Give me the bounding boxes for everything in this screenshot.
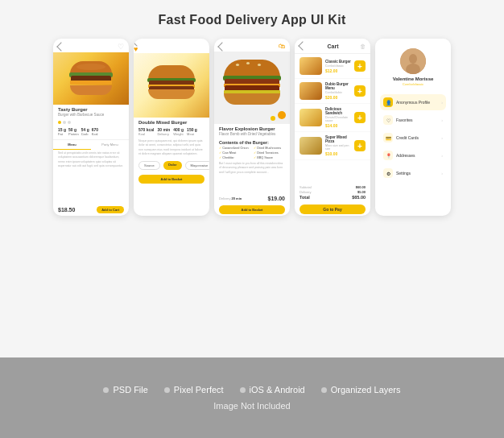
cart-item-sub-2: Combo/dubio: [325, 91, 351, 94]
source-btn[interactable]: Source: [138, 161, 160, 170]
cheese: [70, 81, 112, 85]
cart-plus-2[interactable]: +: [354, 85, 366, 97]
cart-item-3: Delicious Sandwich Donuts/Chocolate sauc…: [295, 104, 370, 132]
info-row-2: 570 kcal Kcal 30 min Delivery 400 g Weig…: [134, 126, 209, 138]
total-section: Subtotal $60.00 Delivery $5.00 Total $65…: [295, 183, 370, 203]
page-title: Fast Food Delivery App UI Kit: [158, 13, 345, 27]
dots-row-1: [53, 119, 129, 126]
delivery-label-3: Delivery 20 min: [219, 196, 242, 200]
food-image-3: [214, 52, 290, 124]
tab-menu[interactable]: Menu: [53, 140, 91, 150]
chevron-icon-2: ›: [441, 118, 443, 122]
bag-icon[interactable]: 🛍: [279, 43, 285, 50]
menu-item-addresses[interactable]: 📍 Addresses ›: [380, 147, 446, 163]
feature-pixel: Pixel Perfect: [164, 385, 224, 395]
checkout-btn[interactable]: Go to Pay: [300, 205, 366, 214]
nutrition-row-1: 15 g Fat 50 g Protein 54 g Carb 670 Kcal: [53, 126, 129, 138]
order-btn[interactable]: Order: [163, 161, 182, 170]
desc-text-2: Noque porro quisquam est, qui dolorem ip…: [134, 138, 209, 158]
food-name-3: Flavor Explosion Burger: [214, 124, 290, 132]
feature-dot-3: [240, 387, 246, 393]
menu-item-settings-label: Settings: [396, 171, 411, 176]
profile-menu-icon: 👤: [383, 97, 393, 107]
cart-item-info-3: Delicious Sandwich Donuts/Chocolate sauc…: [325, 107, 351, 128]
cart-item-info-1: Classic Burger Combo/classic $12.00: [325, 60, 351, 73]
bun-bottom: [70, 85, 112, 95]
cart-img-4: [300, 137, 322, 155]
orange-dot: [278, 111, 286, 119]
burger-graphic-1: [70, 61, 112, 97]
contents-col-1: Caramelized Onion Cow Meat Cheddar: [219, 146, 250, 160]
food-image-2: [134, 53, 209, 118]
tab-party-menu[interactable]: Party Menu: [91, 140, 129, 150]
price-row-3: Delivery 20 min $19.00: [214, 193, 290, 204]
content-2: Cow Meat: [219, 151, 250, 155]
cart-img-3: [300, 109, 322, 126]
page-wrapper: Fast Food Delivery App UI Kit ♡: [0, 0, 504, 438]
menu-item-cards-label: Credit Cards: [396, 135, 419, 140]
feature-psd: PSD File: [103, 385, 147, 395]
action-row-2: Source Order Mayonnaise: [134, 158, 209, 173]
cart-plus-4[interactable]: +: [354, 140, 366, 151]
burger-graphic-3: [224, 60, 280, 116]
menu-item-profile-label: Anonymous Profile: [396, 100, 430, 105]
profile-top: Valentine Morisse Combo/classic: [375, 39, 451, 91]
nutrition-fat: 15 g Fat: [58, 127, 66, 136]
burger-graphic-2: [148, 65, 195, 105]
cart-item-name-2: Dubio Burger Menu: [325, 82, 351, 90]
cards-menu-icon: 💳: [383, 133, 393, 143]
delivery-label: Delivery: [300, 190, 311, 194]
phone-screen-1: ♡ Tasty Burger Burger with Barbecue Sauc…: [53, 39, 129, 216]
content-6: BBQ Sauce: [254, 155, 285, 159]
add-to-cart-btn-1[interactable]: Add to Cart: [97, 206, 124, 213]
svg-point-1: [409, 54, 417, 64]
addresses-menu-icon: 📍: [383, 151, 393, 160]
cart-item-name-3: Delicious Sandwich: [325, 107, 351, 115]
tab-row-1: Menu Party Menu: [53, 139, 129, 150]
content-3: Cheddar: [219, 155, 250, 159]
feature-dot-2: [164, 387, 170, 393]
food-sub-1: Burger with Barbecue Sauce: [53, 113, 129, 119]
phone-screen-3: 🛍: [214, 39, 290, 216]
chevron-icon-5: ›: [441, 171, 443, 176]
chevron-icon-3: ›: [441, 135, 443, 140]
profile-menu: 👤 Anonymous Profile › ♡ Favorites › 💳 Cr…: [375, 91, 451, 186]
cart-item-2: Dubio Burger Menu Combo/dubio $20.00 +: [295, 79, 370, 104]
top-section: Fast Food Delivery App UI Kit ♡: [0, 0, 504, 357]
favorite-icon-2[interactable]: ♥: [134, 45, 209, 53]
cart-item-sub-1: Combo/classic: [325, 64, 351, 68]
cart-plus-3[interactable]: +: [354, 112, 366, 123]
cart-plus-1[interactable]: +: [354, 60, 366, 72]
favorite-icon[interactable]: ♡: [118, 43, 124, 51]
add-to-basket-btn-3[interactable]: Add to Basket: [219, 205, 285, 214]
phone1-header: ♡: [53, 39, 129, 52]
delivery-row: Delivery $5.00: [300, 190, 366, 194]
dot-3: [68, 121, 71, 124]
menu-item-favorites[interactable]: ♡ Favorites ›: [380, 112, 446, 128]
mayonnaise-btn[interactable]: Mayonnaise: [185, 161, 209, 170]
back-icon[interactable]: [56, 42, 65, 51]
subtotal-label: Subtotal: [300, 185, 312, 189]
chevron-icon-4: ›: [441, 153, 443, 158]
total-val: $65.00: [352, 195, 366, 200]
add-to-basket-btn-2[interactable]: Add to Basket: [138, 175, 204, 184]
cart-item-price-2: $20.00: [325, 95, 351, 100]
menu-item-cards[interactable]: 💳 Credit Cards ›: [380, 130, 446, 146]
phone-screen-5: Valentine Morisse Combo/classic 👤 Anonym…: [375, 39, 451, 216]
menu-item-profile[interactable]: 👤 Anonymous Profile ›: [380, 94, 446, 110]
back-icon-3[interactable]: [217, 42, 226, 51]
content-5: Dried Tomatoes: [254, 151, 285, 155]
profile-name: Valentine Morisse: [393, 76, 434, 81]
trash-icon[interactable]: 🗑: [360, 43, 366, 49]
food-name-2: Double Mixed Burger: [134, 118, 209, 126]
cart-item-price-1: $12.00: [325, 68, 351, 73]
phone3-header: 🛍: [214, 39, 290, 52]
bun2-bot: [148, 89, 195, 99]
feature-layers: Organized Layers: [321, 385, 401, 395]
content-4: Dried Mushrooms: [254, 146, 285, 150]
menu-item-settings[interactable]: ⚙ Settings ›: [380, 165, 446, 181]
contents-title: Contents of the Burger:: [214, 138, 290, 146]
cart-item-4: Super Mixed Pizza Micro size and pen siz…: [295, 132, 370, 160]
dot-2: [63, 121, 66, 124]
dot-1: [58, 121, 61, 124]
